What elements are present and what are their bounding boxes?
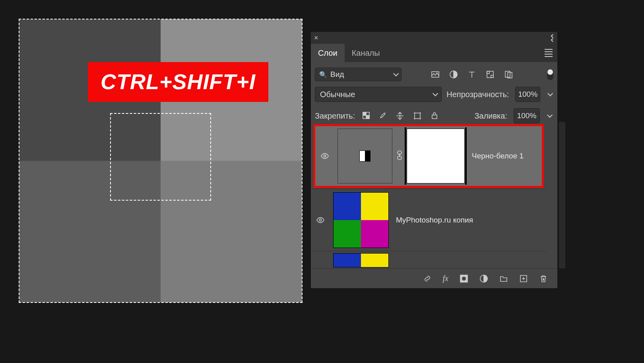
panel-menu-icon[interactable] [545, 49, 553, 57]
opacity-value[interactable]: 100% [515, 87, 540, 102]
fill-label: Заливка: [474, 111, 507, 121]
blend-mode-value: Обычные [320, 90, 355, 99]
shortcut-overlay: CTRL+SHIFT+I [88, 62, 268, 102]
svg-point-15 [462, 277, 466, 281]
canvas-quadrant [161, 161, 302, 302]
delete-layer-icon[interactable] [539, 274, 548, 283]
add-mask-icon[interactable] [460, 274, 468, 283]
kind-label: Вид [330, 70, 344, 79]
search-icon: 🔍 [319, 71, 327, 78]
opacity-label: Непрозрачность: [446, 90, 509, 99]
layer-row[interactable] [311, 251, 546, 268]
lock-label: Закрепить: [315, 111, 355, 121]
opacity-slider-toggle[interactable] [545, 87, 553, 102]
chevron-down-icon [433, 91, 438, 96]
chevron-down-icon [547, 91, 553, 96]
new-adjustment-icon[interactable] [479, 274, 488, 283]
layer-name[interactable]: Черно-белое 1 [472, 152, 524, 160]
visibility-icon[interactable] [311, 216, 330, 224]
filter-row: 🔍 Вид [311, 62, 557, 84]
layer-row[interactable]: MyPhotoshop.ru копия [311, 189, 546, 251]
document-canvas[interactable]: CTRL+SHIFT+I [19, 19, 302, 302]
link-layers-icon[interactable] [423, 274, 432, 283]
bw-icon [360, 151, 370, 161]
layers-panel: × Слои Каналы 🔍 Вид Обычные Непрозрачнос… [311, 32, 557, 288]
layer-row-adjustment[interactable]: Черно-белое 1 [313, 124, 544, 188]
layer-mask-thumbnail[interactable] [407, 129, 465, 183]
chevron-down-icon [547, 112, 553, 118]
layers-bottom-bar: fx [311, 268, 557, 288]
filter-toggle[interactable] [547, 69, 553, 80]
tab-layers[interactable]: Слои [311, 44, 345, 62]
svg-rect-2 [487, 71, 493, 78]
lock-position-icon[interactable] [396, 111, 404, 120]
filter-adjustment-icon[interactable] [449, 70, 458, 79]
lock-all-icon[interactable] [431, 111, 438, 120]
filter-smartobject-icon[interactable] [504, 70, 513, 79]
fill-slider-toggle[interactable] [545, 108, 553, 123]
filter-text-icon[interactable] [467, 70, 476, 79]
chevron-down-icon [393, 71, 399, 76]
svg-rect-7 [366, 115, 369, 119]
panel-titlebar: × [311, 32, 557, 44]
lock-transparency-icon[interactable] [362, 111, 370, 120]
visibility-icon[interactable] [315, 152, 334, 160]
adjustment-thumbnail[interactable] [338, 129, 392, 183]
link-mask-icon[interactable] [396, 150, 403, 162]
svg-point-13 [319, 219, 322, 221]
close-icon[interactable]: × [314, 34, 318, 41]
tab-channels[interactable]: Каналы [345, 44, 387, 62]
layer-thumbnail[interactable] [333, 253, 389, 267]
lock-artboard-icon[interactable] [413, 111, 422, 120]
layer-thumbnail[interactable] [333, 192, 389, 248]
fill-value[interactable]: 100% [514, 108, 540, 123]
panel-tabs: Слои Каналы [311, 44, 557, 62]
svg-rect-9 [432, 115, 437, 119]
scrollbar[interactable] [559, 122, 565, 268]
filter-shape-icon[interactable] [486, 70, 495, 79]
svg-point-10 [324, 155, 326, 157]
layers-list: Черно-белое 1 MyPhotoshop.ru копия [311, 122, 546, 268]
filter-pixel-icon[interactable] [431, 70, 440, 79]
new-layer-icon[interactable] [519, 274, 528, 283]
lock-paint-icon[interactable] [379, 111, 387, 120]
collapse-panel-icon[interactable] [551, 35, 554, 41]
layer-fx-icon[interactable]: fx [443, 274, 448, 283]
blend-mode-dropdown[interactable]: Обычные [315, 87, 442, 102]
new-group-icon[interactable] [499, 274, 508, 283]
layer-name[interactable]: MyPhotoshop.ru копия [396, 216, 473, 224]
blend-row: Обычные Непрозрачность: 100% [311, 84, 557, 104]
canvas-quadrant [19, 161, 161, 302]
svg-rect-8 [415, 113, 420, 119]
kind-dropdown[interactable]: 🔍 Вид [315, 68, 402, 81]
svg-rect-6 [363, 112, 366, 115]
